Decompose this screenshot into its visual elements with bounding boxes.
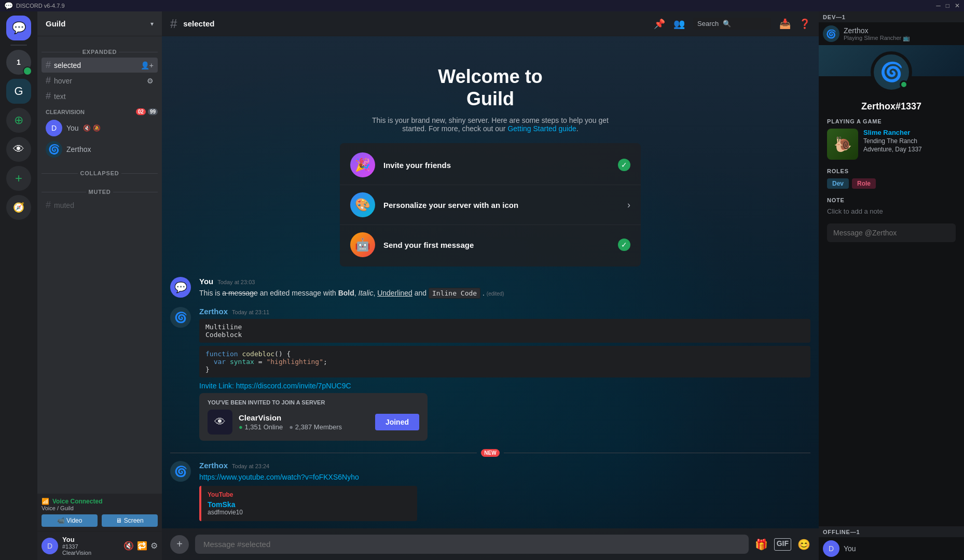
invite-link-text[interactable]: Invite Link: https://discord.com/invite/… bbox=[199, 382, 810, 390]
invite-server-name: ClearVision bbox=[239, 413, 342, 422]
expanded-section-label: EXPANDED bbox=[37, 40, 162, 57]
invite-url[interactable]: https://discord.com/invite/7pNUC9C bbox=[236, 382, 351, 390]
panel-avatar-zerthox: 🌀 bbox=[823, 25, 839, 42]
hash-icon: # bbox=[46, 60, 51, 71]
server-icon-guild[interactable]: G bbox=[6, 79, 31, 104]
attach-btn[interactable]: + bbox=[170, 535, 189, 554]
message-time-you: Today at 23:03 bbox=[217, 279, 255, 285]
profile-avatar-large: 🌀 bbox=[871, 51, 912, 93]
search-box[interactable]: Search 🔍 bbox=[693, 18, 771, 30]
channel-muted[interactable]: # muted bbox=[42, 198, 158, 213]
app-logo: 💬 bbox=[4, 2, 13, 10]
step-check-invite: ✓ bbox=[618, 159, 630, 171]
message-time-zerthox1: Today at 23:11 bbox=[232, 309, 269, 315]
game-detail1: Tending The Ranch bbox=[863, 137, 922, 145]
channel-hover[interactable]: # hover ⚙ bbox=[42, 73, 158, 88]
yt-source: YouTube bbox=[208, 491, 411, 498]
message-content-zerthox1: Zerthox Today at 23:11 Multiline Codeblo… bbox=[199, 307, 810, 441]
codeblock-syntax: function codebloc() { var syntax = "high… bbox=[199, 346, 810, 377]
playing-section: PLAYING A GAME 🐌 Slime Rancher Tending T… bbox=[827, 118, 956, 160]
game-name: Slime Rancher bbox=[863, 129, 922, 136]
inbox-icon[interactable]: 📥 bbox=[779, 18, 791, 30]
emoji-icon[interactable]: 😊 bbox=[797, 538, 810, 551]
messages-area: Welcome toGuild This is your brand new, … bbox=[162, 36, 819, 528]
screen-btn[interactable]: 🖥 Screen bbox=[102, 514, 158, 527]
settings-icon[interactable]: ⚙ bbox=[147, 77, 154, 85]
maximize-btn[interactable]: □ bbox=[946, 2, 949, 9]
hash-icon: # bbox=[46, 91, 51, 102]
hash-icon: # bbox=[46, 75, 51, 86]
user-name: You bbox=[62, 536, 119, 543]
members-icon[interactable]: 👥 bbox=[673, 18, 685, 30]
minimize-btn[interactable]: ─ bbox=[936, 2, 941, 9]
member-zerthox[interactable]: 🌀 Zerthox bbox=[42, 139, 158, 160]
server-add-btn[interactable]: + bbox=[6, 166, 31, 191]
game-thumbnail: 🐌 bbox=[827, 129, 858, 160]
user-server: ClearVision bbox=[62, 550, 119, 556]
mute-toggle[interactable]: 🔇 bbox=[123, 541, 134, 551]
muted-section-label: MUTED bbox=[37, 180, 162, 197]
panel-name-zerthox: Zerthox bbox=[844, 26, 910, 35]
add-member-icon[interactable]: 👤+ bbox=[141, 61, 154, 69]
settings-btn[interactable]: ⚙ bbox=[150, 541, 158, 551]
dev-1-header: DEV—1 bbox=[819, 11, 964, 22]
server-divider bbox=[10, 45, 27, 46]
pin-icon[interactable]: 📌 bbox=[654, 18, 665, 30]
step-message-item[interactable]: 🤖 Send your first message ✓ bbox=[340, 225, 641, 264]
roles-section: ROLES Dev Role bbox=[827, 168, 956, 189]
strikethrough-text: a message bbox=[222, 289, 257, 297]
server-icon-discord[interactable]: 💬 bbox=[6, 16, 31, 40]
yt-title: TomSka bbox=[208, 500, 411, 509]
message-group-you: 💬 You Today at 23:03 This is a message a… bbox=[170, 277, 810, 299]
user-avatar: D bbox=[42, 538, 58, 554]
close-btn[interactable]: ✕ bbox=[955, 2, 960, 9]
video-btn[interactable]: 📹 Video bbox=[42, 514, 98, 527]
channel-name: selected bbox=[54, 61, 137, 69]
steps-container: 🎉 Invite your friends ✓ 🎨 Personalize yo… bbox=[340, 143, 641, 267]
step-invite[interactable]: 🎉 Invite your friends ✓ bbox=[340, 145, 641, 185]
member-panel-you[interactable]: D You bbox=[819, 537, 964, 560]
step-icon-item[interactable]: 🎨 Personalize your server with an icon › bbox=[340, 185, 641, 225]
badge-99: 99 bbox=[148, 108, 158, 115]
role-dev: Dev bbox=[827, 178, 849, 189]
server-icon-notification[interactable]: 1 bbox=[6, 50, 31, 75]
server-header[interactable]: Guild ▾ bbox=[37, 11, 162, 36]
invite-card: YOU'VE BEEN INVITED TO JOIN A SERVER 👁 C… bbox=[199, 393, 428, 441]
getting-started-link[interactable]: Getting Started guide bbox=[507, 124, 576, 133]
deafen-toggle[interactable]: 🔁 bbox=[137, 541, 147, 551]
note-input[interactable]: Click to add a note bbox=[827, 207, 956, 215]
collapsed-section-label: COLLAPSED bbox=[37, 162, 162, 178]
gif-btn[interactable]: GIF bbox=[774, 538, 791, 551]
role-role: Role bbox=[852, 178, 876, 189]
message-group-zerthox1: 🌀 Zerthox Today at 23:11 Multiline Codeb… bbox=[170, 307, 810, 441]
voice-bar: 📶 Voice Connected Voice / Guild 📹 Video … bbox=[37, 494, 162, 531]
member-name-zerthox: Zerthox bbox=[66, 145, 91, 153]
member-count: ● 2,387 Members bbox=[289, 423, 342, 431]
app-title: DISCORD v6-4.7.9 bbox=[16, 3, 65, 9]
profile-header-bg: 🌀 bbox=[819, 45, 964, 76]
joined-btn[interactable]: Joined bbox=[375, 414, 419, 430]
bold-text: Bold bbox=[338, 289, 354, 297]
search-icon: 🔍 bbox=[723, 20, 731, 27]
channel-text[interactable]: # text bbox=[42, 89, 158, 104]
user-tag: #1337 bbox=[62, 543, 119, 550]
server-explore-btn[interactable]: 🧭 bbox=[6, 195, 31, 220]
panel-name-you: You bbox=[844, 544, 856, 553]
member-you[interactable]: D You 🔇 🔕 bbox=[42, 118, 158, 138]
message-content-zerthox2: Zerthox Today at 23:24 https://www.youtu… bbox=[199, 461, 810, 521]
channel-sidebar: Guild ▾ EXPANDED # selected 👤+ # hover ⚙ bbox=[37, 11, 162, 560]
help-icon[interactable]: ❓ bbox=[799, 18, 810, 30]
note-label: NOTE bbox=[827, 197, 956, 203]
member-panel-zerthox[interactable]: 🌀 Zerthox Playing Slime Rancher 📺 bbox=[819, 22, 964, 45]
youtube-link[interactable]: https://www.youtube.com/watch?v=foFKXS6N… bbox=[199, 473, 359, 481]
server-icon-eye[interactable]: 👁 bbox=[6, 137, 31, 162]
server-icon-explore[interactable]: ⊕ bbox=[6, 108, 31, 133]
channel-name: text bbox=[54, 92, 154, 101]
channel-selected[interactable]: # selected 👤+ bbox=[42, 58, 158, 73]
invite-card-header: YOU'VE BEEN INVITED TO JOIN A SERVER bbox=[208, 399, 419, 405]
channel-header: # selected 📌 👥 Search 🔍 📥 ❓ bbox=[162, 11, 819, 36]
message-input[interactable] bbox=[195, 535, 749, 554]
message-author-zerthox2: Zerthox bbox=[199, 461, 228, 470]
dm-input[interactable] bbox=[827, 223, 956, 242]
gift-icon[interactable]: 🎁 bbox=[755, 538, 768, 551]
